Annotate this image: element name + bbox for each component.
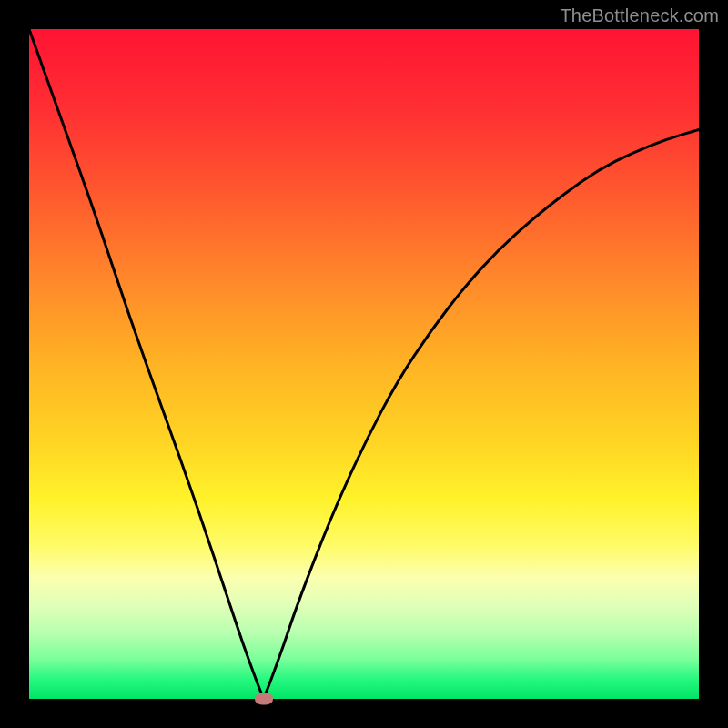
plot-area xyxy=(29,29,699,699)
chart-frame: TheBottleneck.com xyxy=(0,0,728,728)
bottleneck-curve xyxy=(29,29,699,694)
curve-svg xyxy=(29,29,699,699)
optimal-point-marker xyxy=(255,693,273,705)
attribution-watermark: TheBottleneck.com xyxy=(560,5,719,26)
